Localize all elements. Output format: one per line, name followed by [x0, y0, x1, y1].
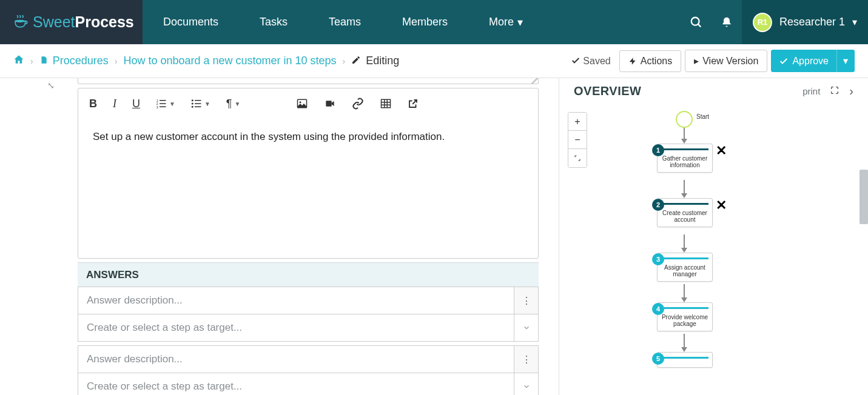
avatar: R1: [753, 13, 772, 32]
svg-point-16: [300, 101, 301, 103]
answer-row: ⋮: [78, 287, 539, 314]
answer-target-input[interactable]: [78, 373, 514, 395]
home-icon[interactable]: [13, 54, 24, 68]
svg-point-13: [192, 106, 193, 108]
answer-options-button[interactable]: ⋮: [514, 287, 538, 314]
cup-icon: [13, 15, 29, 30]
answer-target-dropdown[interactable]: [514, 314, 538, 341]
chevron-right-icon[interactable]: ›: [849, 84, 853, 98]
breadcrumb-state: Editing: [366, 55, 399, 67]
step-number-badge: 4: [652, 303, 664, 315]
overview-title: OVERVIEW: [574, 84, 641, 98]
breadcrumb-bar: › Procedures › How to onboard a new cust…: [0, 44, 868, 78]
flow-step-card[interactable]: 3 Assign account manager: [657, 253, 713, 282]
svg-point-0: [15, 19, 25, 22]
svg-rect-10: [195, 100, 201, 101]
svg-text:3: 3: [156, 105, 158, 109]
caret-icon: ▼: [204, 101, 210, 107]
answer-options-button[interactable]: ⋮: [514, 346, 538, 373]
editor-toolbar: B I U 123 ▼ ▼ ¶▼: [78, 88, 538, 119]
flow-start-label: Start: [696, 113, 709, 120]
external-link-button[interactable]: [408, 98, 419, 109]
top-nav: SweetProcess Documents Tasks Teams Membe…: [0, 0, 868, 44]
svg-point-1: [691, 17, 699, 25]
nav-right: R1 Researcher 1 ▾: [681, 0, 868, 44]
nav-more[interactable]: More▾: [468, 0, 543, 44]
answer-row: [78, 314, 539, 342]
chevron-down-icon: ▾: [852, 16, 857, 28]
nav-teams[interactable]: Teams: [308, 0, 382, 44]
nav-members[interactable]: Members: [382, 0, 468, 44]
approve-dropdown[interactable]: ▾: [836, 50, 855, 72]
flow-step-card[interactable]: 2 ✕ Create customer account: [657, 198, 713, 227]
breadcrumb-sep: ›: [30, 56, 33, 66]
chevron-down-icon: ▾: [517, 16, 523, 29]
breadcrumb-sep: ›: [115, 56, 118, 66]
underline-button[interactable]: U: [132, 98, 140, 110]
breadcrumb-procedures[interactable]: Procedures: [53, 55, 109, 67]
answer-row: [78, 373, 539, 395]
actions-button[interactable]: Actions: [619, 50, 681, 72]
view-version-button[interactable]: ▸ View Version: [685, 50, 767, 72]
bold-button[interactable]: B: [89, 98, 97, 110]
svg-rect-6: [160, 103, 166, 104]
scrollbar-thumb[interactable]: [860, 170, 868, 224]
italic-button[interactable]: I: [113, 98, 116, 110]
paragraph-format-button[interactable]: ¶▼: [226, 98, 241, 110]
nav-documents[interactable]: Documents: [143, 0, 239, 44]
answer-target-dropdown[interactable]: [514, 373, 538, 395]
step-number-badge: 5: [652, 353, 664, 365]
svg-rect-14: [195, 107, 201, 108]
step-label: Provide welcome package: [662, 314, 708, 327]
reorder-handle-icon[interactable]: ⤡: [47, 81, 55, 90]
svg-line-2: [698, 24, 701, 27]
saved-indicator: Saved: [571, 56, 610, 67]
nav-tasks[interactable]: Tasks: [239, 0, 308, 44]
search-icon[interactable]: [681, 0, 712, 44]
flow-step-card[interactable]: 1 ✕ Gather customer information: [657, 144, 713, 173]
flowchart-canvas[interactable]: Start 1 ✕ Gather customer information 2 …: [559, 108, 868, 395]
step-delete-icon[interactable]: ✕: [716, 143, 727, 159]
bell-icon[interactable]: [712, 0, 742, 44]
answers-heading: ANSWERS: [78, 262, 539, 287]
overview-header: OVERVIEW print ›: [559, 78, 868, 104]
unordered-list-button[interactable]: ▼: [191, 98, 210, 109]
flow-start-node[interactable]: [676, 111, 693, 128]
answer-description-input[interactable]: [78, 287, 514, 314]
step-number-badge: 1: [652, 144, 664, 156]
svg-rect-8: [160, 107, 166, 108]
file-icon: [39, 55, 48, 68]
insert-video-button[interactable]: [324, 99, 336, 108]
expand-icon[interactable]: [830, 85, 839, 97]
resizable-field-slice[interactable]: [78, 78, 539, 84]
breadcrumb-title[interactable]: How to onboard a new customer in 10 step…: [123, 55, 336, 67]
play-icon: ▸: [694, 55, 699, 67]
answer-target-input[interactable]: [78, 314, 514, 341]
editor-body[interactable]: Set up a new customer account in the sys…: [78, 119, 538, 258]
brand-logo[interactable]: SweetProcess: [0, 0, 143, 44]
flow-step-card[interactable]: 5: [657, 352, 713, 368]
insert-table-button[interactable]: [380, 98, 392, 109]
step-number-badge: 2: [652, 199, 664, 211]
user-name-label: Researcher 1: [779, 16, 845, 28]
step-delete-icon[interactable]: ✕: [716, 198, 727, 213]
editor-column: ⤡ B I U 123 ▼ ▼ ¶▼: [0, 78, 559, 395]
rich-text-editor: B I U 123 ▼ ▼ ¶▼: [78, 88, 539, 259]
caret-icon: ▼: [234, 101, 240, 107]
step-label: Assign account manager: [664, 264, 705, 277]
overview-panel: OVERVIEW print › + − Start: [559, 78, 868, 395]
approve-button[interactable]: Approve: [771, 50, 836, 72]
insert-link-button[interactable]: [352, 98, 364, 110]
ordered-list-button[interactable]: 123 ▼: [156, 98, 175, 109]
answer-description-input[interactable]: [78, 346, 514, 373]
print-button[interactable]: print: [802, 86, 820, 96]
user-menu[interactable]: R1 Researcher 1 ▾: [742, 0, 868, 44]
flow-step-card[interactable]: 4 Provide welcome package: [657, 302, 713, 331]
svg-rect-18: [382, 99, 391, 108]
nav-links: Documents Tasks Teams Members More▾: [143, 0, 543, 44]
step-label: Gather customer information: [662, 155, 707, 168]
approve-button-group: Approve ▾: [771, 50, 855, 72]
insert-image-button[interactable]: [296, 98, 308, 109]
svg-point-9: [192, 99, 193, 101]
caret-icon: ▼: [169, 101, 175, 107]
